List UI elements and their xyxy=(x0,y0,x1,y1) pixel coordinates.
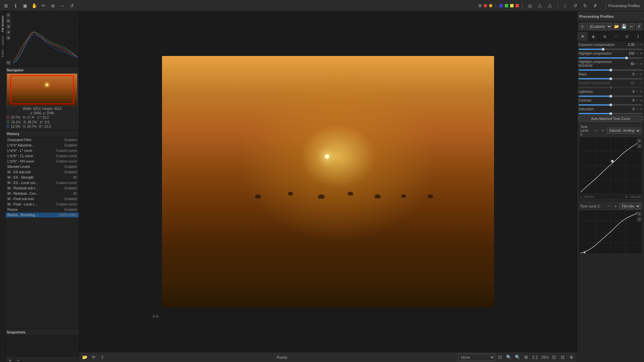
history-item-2[interactable]: L*a*b* - L* curveCustom curve xyxy=(5,148,79,154)
next-image-btn[interactable]: ⇧ xyxy=(99,354,106,361)
history-item-0[interactable]: Graduated FilterEnabled xyxy=(5,137,79,143)
history-item-14[interactable]: Resize - Bounding...(644x362) xyxy=(5,213,79,218)
tc1-dropdown-btn[interactable]: ▾ xyxy=(600,128,605,133)
proc-profiles-dropdown[interactable]: (Custom) xyxy=(587,23,612,30)
toolbar-btn-crop[interactable]: ▣ xyxy=(21,2,29,10)
slider-hct[interactable] xyxy=(579,69,643,71)
slider-black[interactable] xyxy=(579,78,643,79)
tc2-pipette-icon[interactable]: ⊕ xyxy=(637,212,642,216)
zoom-100-btn[interactable]: 1:1 xyxy=(531,354,539,361)
param-plus-contrast[interactable]: + xyxy=(640,98,643,102)
tc2-reset-icon[interactable]: ↺ xyxy=(637,217,642,222)
zoom-fit-btn[interactable]: ↕ xyxy=(561,2,569,10)
hist-icon-2[interactable]: ◐ xyxy=(6,18,11,23)
tc2-channel-select[interactable]: Film-like xyxy=(620,203,641,209)
toolbar-btn-info[interactable]: ℹ xyxy=(11,2,19,10)
tc1-pipette-icon[interactable]: ⊕ xyxy=(637,138,642,143)
history-item-10[interactable]: W - Residual - Con...26 xyxy=(5,191,79,196)
history-item-5[interactable]: Wavelet LevelsEnabled xyxy=(5,164,79,170)
rotate-custom-btn[interactable]: ✗ xyxy=(591,2,599,10)
slider-lightness[interactable] xyxy=(579,96,643,97)
param-plus-hct[interactable]: + xyxy=(640,62,643,66)
history-item-1[interactable]: L*a*b* Adjustme...Enabled xyxy=(5,143,79,148)
history-item-7[interactable]: W - ES - Strength90 xyxy=(5,175,79,180)
param-plus-lightness[interactable]: + xyxy=(640,89,643,94)
gamut-warning-btn[interactable]: ⚠ xyxy=(546,2,554,10)
history-item-11[interactable]: W - Final sub-toolEnabled xyxy=(5,196,79,202)
right-tab-transform[interactable]: ↔ xyxy=(611,32,622,41)
right-tab-meta[interactable]: ℹ xyxy=(633,32,644,41)
param-plus-saturation[interactable]: + xyxy=(640,107,643,111)
proc-profile-load-btn[interactable]: 📂 xyxy=(613,23,620,30)
toolbar-btn-grid[interactable]: ⊞ xyxy=(2,2,10,10)
history-item-6[interactable]: W - ES sub-toolEnabled xyxy=(5,170,79,175)
tc1-reset-icon[interactable]: ↺ xyxy=(637,144,642,148)
hist-icon-1[interactable]: R xyxy=(6,13,11,17)
zoom-in-btn[interactable]: 🔍 xyxy=(514,354,521,361)
param-minus-saturation[interactable]: − xyxy=(636,107,638,111)
history-item-8[interactable]: W - ES - Local con...Custom curve xyxy=(5,180,79,186)
toolbar-btn-crosshair[interactable]: ⊕ xyxy=(49,2,57,10)
param-minus-contrast[interactable]: − xyxy=(636,98,638,102)
image-viewport[interactable]: 0 % xyxy=(79,11,577,352)
tc1-mode-btn[interactable]: 〜 xyxy=(593,128,599,133)
hist-icon-5[interactable]: ◉ xyxy=(6,36,11,40)
history-item-9[interactable]: W - Residual sub-t...Enabled xyxy=(5,186,79,191)
slider-exposure[interactable] xyxy=(579,49,643,50)
param-plus-exposure[interactable]: + xyxy=(640,43,643,47)
snapshot-remove-btn[interactable]: − xyxy=(15,357,21,362)
prev-image-btn[interactable]: ⟳ xyxy=(90,354,97,361)
param-minus-lightness[interactable]: − xyxy=(636,89,638,94)
param-minus-exposure[interactable]: − xyxy=(636,43,639,47)
right-tab-detail[interactable]: ⊕ xyxy=(599,32,610,41)
tc2-dropdown-btn[interactable]: ▾ xyxy=(613,203,618,209)
proc-profile-clear-btn[interactable]: ✗ xyxy=(636,23,642,30)
snapshot-add-btn[interactable]: + xyxy=(7,357,13,362)
clipping-shadows-btn[interactable]: ◎ xyxy=(526,2,534,10)
history-item-13[interactable]: ResizeEnabled xyxy=(5,207,79,213)
open-file-btn[interactable]: 📂 xyxy=(81,354,89,361)
right-tab-color[interactable]: ◐ xyxy=(588,32,599,41)
hist-icon-3[interactable]: ■ xyxy=(6,24,11,29)
proc-profile-type-btn[interactable]: ≡ xyxy=(579,23,585,30)
slider-saturation[interactable] xyxy=(579,113,643,114)
vert-tab-editor[interactable]: Editor xyxy=(1,48,5,59)
preview-mode-btn[interactable]: ⊕ xyxy=(568,354,575,361)
auto-matched-tone-curve-btn[interactable]: Auto-Matched Tone Curve xyxy=(579,116,643,122)
toolbar-btn-hand[interactable]: ✋ xyxy=(30,2,38,10)
rotate-ccw-btn[interactable]: ↺ xyxy=(571,2,579,10)
proc-profile-save-btn[interactable]: 💾 xyxy=(621,23,627,30)
history-item-12[interactable]: W - Final - Local c...Custom curve xyxy=(5,202,79,207)
rotate-cw-btn[interactable]: ↻ xyxy=(581,2,589,10)
param-minus-black[interactable]: − xyxy=(636,72,638,76)
param-minus-hct[interactable]: − xyxy=(636,62,638,66)
hist-icon-4[interactable]: ◈ xyxy=(6,30,11,35)
toolbar-btn-pencil[interactable]: ✏ xyxy=(40,2,48,10)
history-item-4[interactable]: L*a*b* - HH curveCustom curve xyxy=(5,159,79,164)
zoom-out-btn[interactable]: 🔍 xyxy=(505,354,513,361)
zoom-dropdown[interactable]: None xyxy=(458,354,495,361)
toolbar-btn-straighten[interactable]: ↔ xyxy=(58,2,66,10)
navigator-preview[interactable] xyxy=(7,73,77,106)
vert-tab-queue[interactable]: Queue xyxy=(1,35,5,47)
full-img-btn[interactable]: ⊡ xyxy=(496,354,504,361)
zoom-fit-center-btn[interactable]: ⊞ xyxy=(523,354,530,361)
proc-profile-reset-btn[interactable]: ↩ xyxy=(629,23,635,30)
slider-highlight-comp[interactable] xyxy=(579,57,643,59)
right-tab-exposure[interactable]: ☀ xyxy=(577,32,588,41)
param-minus-hc[interactable]: − xyxy=(636,51,638,55)
history-item-3[interactable]: L*a*b* - CL curveCustom curve xyxy=(5,154,79,159)
slider-contrast[interactable] xyxy=(579,104,643,106)
tc1-channel-select[interactable]: Saturati...lending xyxy=(607,128,641,134)
param-plus-black[interactable]: + xyxy=(640,72,643,76)
fit-window-btn[interactable]: ⊡ xyxy=(550,354,557,361)
right-tab-raw[interactable]: ⚙ xyxy=(622,32,633,41)
vert-tab-file-browser[interactable]: File Browser xyxy=(1,14,5,34)
param-plus-hc[interactable]: + xyxy=(640,51,643,55)
history-list[interactable]: Graduated FilterEnabledL*a*b* Adjustme..… xyxy=(5,137,79,328)
tc2-mode-btn[interactable]: 〜 xyxy=(606,203,611,209)
toolbar-btn-redo[interactable]: ↺ xyxy=(68,2,76,10)
hist-icon-6[interactable]: M xyxy=(6,60,11,65)
fill-window-btn[interactable]: ⊟ xyxy=(559,354,566,361)
clipping-highlights-btn[interactable]: ⚠ xyxy=(536,2,544,10)
